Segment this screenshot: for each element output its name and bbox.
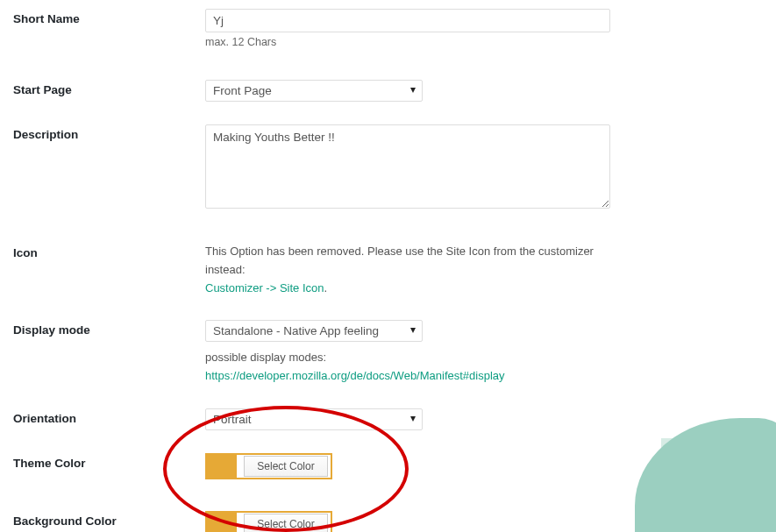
row-theme-color: Theme Color Select Color: [8, 444, 661, 488]
background-color-swatch[interactable]: [207, 513, 237, 532]
background-select-color-button[interactable]: Select Color: [244, 514, 328, 532]
row-description: Description: [8, 116, 661, 220]
short-name-hint: max. 12 Chars: [205, 36, 617, 48]
label-description: Description: [8, 124, 205, 141]
theme-select-color-button[interactable]: Select Color: [244, 456, 328, 477]
label-display-mode: Display mode: [8, 320, 205, 337]
start-page-select[interactable]: Front Page: [205, 80, 423, 102]
customizer-site-icon-link[interactable]: Customizer -> Site Icon: [205, 281, 324, 294]
label-theme-color: Theme Color: [8, 453, 205, 470]
icon-removed-text: This Option has been removed. Please use…: [205, 245, 594, 276]
label-background-color: Background Color: [8, 511, 205, 528]
row-icon: Icon This Option has been removed. Pleas…: [8, 234, 661, 306]
display-mode-desc: possible display modes:: [205, 351, 326, 364]
label-short-name: Short Name: [8, 9, 205, 25]
row-background-color: Background Color Select Color: [8, 502, 661, 532]
row-short-name: Short Name max. 12 Chars: [8, 0, 661, 57]
label-icon: Icon: [8, 243, 205, 259]
row-display-mode: Display mode Standalone - Native App fee…: [8, 311, 661, 394]
theme-color-picker: Select Color: [205, 453, 332, 479]
background-color-picker: Select Color: [205, 511, 332, 532]
sidebar-decoration: [661, 0, 776, 532]
short-name-input[interactable]: [205, 9, 610, 32]
theme-color-swatch[interactable]: [207, 455, 237, 478]
display-mode-select[interactable]: Standalone - Native App feeling: [205, 320, 423, 342]
label-orientation: Orientation: [8, 408, 205, 425]
label-start-page: Start Page: [8, 80, 205, 96]
display-mode-docs-link[interactable]: https://developer.mozilla.org/de/docs/We…: [205, 369, 505, 382]
row-orientation: Orientation Portrait: [8, 400, 661, 439]
orientation-select[interactable]: Portrait: [205, 408, 423, 430]
row-start-page: Start Page Front Page: [8, 71, 661, 110]
description-textarea[interactable]: [205, 124, 610, 209]
